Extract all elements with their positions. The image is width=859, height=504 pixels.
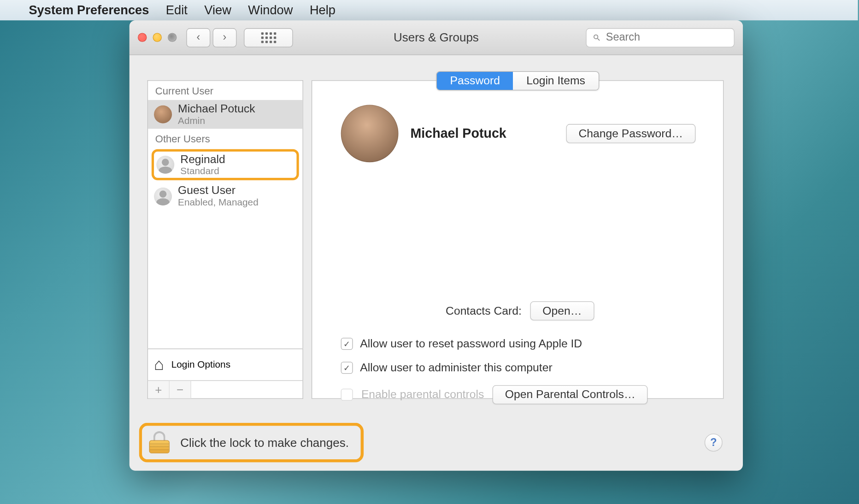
menu-help[interactable]: Help [310,3,335,18]
user-role: Admin [178,116,255,127]
user-name: Guest User [178,184,259,197]
tab-password[interactable]: Password [437,72,513,90]
checkbox-administer[interactable]: ✓ [341,362,353,374]
menu-edit[interactable]: Edit [166,3,188,18]
app-name[interactable]: System Preferences [29,3,149,18]
user-role: Standard [180,166,225,177]
login-options-label: Login Options [171,359,230,370]
menu-view[interactable]: View [204,3,231,18]
menubar: System Preferences Edit View Window Help [0,0,858,20]
user-name: Reginald [180,153,225,166]
open-parental-controls-button[interactable]: Open Parental Controls… [492,385,647,404]
open-contacts-button[interactable]: Open… [530,301,594,321]
lock-icon [149,432,170,453]
house-icon: ⌂ [154,355,164,375]
user-role: Enabled, Managed [178,197,259,208]
checkbox-reset-password-label: Allow user to reset password using Apple… [360,337,582,351]
nav-forward-button[interactable]: › [212,28,236,47]
add-user-button[interactable]: + [148,381,170,399]
change-password-button[interactable]: Change Password… [566,124,695,143]
show-all-button[interactable] [244,28,293,47]
minimize-window-button[interactable] [153,33,162,42]
section-other-users: Other Users [148,129,302,148]
help-button[interactable]: ? [705,434,723,451]
avatar-icon [154,187,172,205]
tab-login-items[interactable]: Login Items [513,72,599,90]
user-row-current[interactable]: Michael Potuck Admin [148,100,302,129]
menu-window[interactable]: Window [248,3,293,18]
tab-bar: Password Login Items [436,71,599,91]
contacts-card-label: Contacts Card: [446,304,522,317]
preferences-window: ‹ › Users & Groups Current User Michael [129,20,743,471]
search-field[interactable] [586,28,734,47]
titlebar: ‹ › Users & Groups [129,20,743,55]
close-window-button[interactable] [138,33,147,42]
search-icon [593,33,601,42]
user-list: Current User Michael Potuck Admin Other … [147,80,303,348]
current-user-name: Michael Potuck [410,126,506,141]
avatar-icon [156,156,174,174]
add-remove-bar: + − [147,381,303,399]
window-title: Users & Groups [394,30,479,44]
lock-message: Click the lock to make changes. [180,436,349,450]
checkbox-reset-password[interactable]: ✓ [341,338,353,350]
search-input[interactable] [606,31,728,44]
window-controls [138,33,177,42]
grid-icon [261,32,276,43]
zoom-window-button[interactable] [168,33,177,42]
sidebar: Current User Michael Potuck Admin Other … [147,80,303,399]
checkbox-parental-label: Enable parental controls [361,388,484,401]
user-name: Michael Potuck [178,102,255,115]
avatar-icon [154,105,172,123]
highlighted-user-row[interactable]: Reginald Standard [152,149,299,181]
section-current-user: Current User [148,81,302,100]
lock-area[interactable]: Click the lock to make changes. [139,423,364,463]
nav-back-button[interactable]: ‹ [186,28,210,47]
checkbox-parental [341,389,353,401]
remove-user-button[interactable]: − [170,381,191,399]
login-options-row[interactable]: ⌂ Login Options [147,349,303,381]
main-panel: Password Login Items Michael Potuck Chan… [312,80,724,399]
checkbox-administer-label: Allow user to administer this computer [360,361,552,375]
user-row-guest[interactable]: Guest User Enabled, Managed [148,182,302,211]
user-avatar[interactable] [341,105,399,162]
